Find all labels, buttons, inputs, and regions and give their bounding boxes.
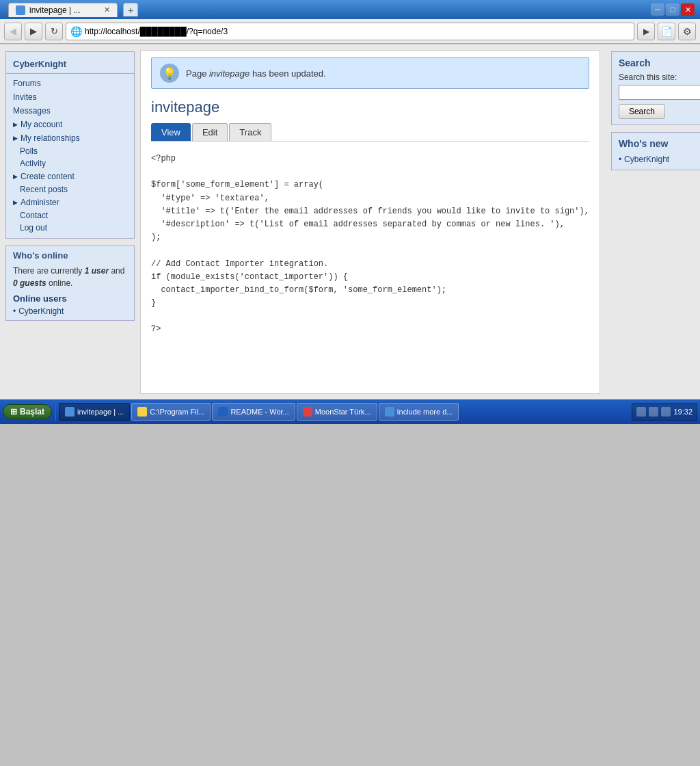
whos-new-title: Who's new	[619, 138, 700, 149]
search-block: Search Search this site: Search	[611, 51, 700, 125]
sidebar-item-activity[interactable]: Activity	[6, 157, 134, 170]
sidebar-item-logout[interactable]: Log out	[6, 222, 134, 234]
back-button[interactable]: ◀	[4, 23, 22, 40]
notification-icon: 💡	[160, 64, 179, 83]
my-account-arrow: ▶	[13, 121, 18, 128]
taskbar: ⊞ Başlat invitepage | ... C:\Program Fil…	[0, 399, 700, 424]
online-text-suffix: and	[109, 266, 124, 276]
taskbar-label-2: C:\Program Fil...	[150, 408, 204, 416]
administer-arrow: ▶	[13, 199, 18, 206]
tools-button[interactable]: ⚙	[678, 23, 696, 40]
refresh-button[interactable]: ↻	[45, 23, 63, 40]
messages-label: Messages	[13, 106, 51, 116]
tab-close-button[interactable]: ✕	[104, 5, 110, 14]
online-text-prefix: There are currently	[13, 266, 85, 276]
page-wrapper: CyberKnight Forums Invites Messages ▶ My…	[0, 44, 700, 399]
taskbar-label-4: MoonStar Türk...	[315, 408, 371, 416]
contact-label: Contact	[20, 211, 48, 220]
sidebar-item-my-relationships[interactable]: ▶ My relationships	[6, 131, 134, 145]
online-username[interactable]: CyberKnight	[18, 306, 64, 316]
sidebar-item-administer[interactable]: ▶ Administer	[6, 196, 134, 209]
activity-label: Activity	[20, 159, 46, 168]
bullet-icon: •	[13, 306, 16, 316]
main-content-area: 💡 Page invitepage has been updated. invi…	[140, 50, 600, 394]
taskbar-label-3: README - Wor...	[230, 408, 288, 416]
tray-icon-3	[661, 407, 671, 417]
browser-tab[interactable]: invitepage | ... ✕	[8, 3, 118, 17]
taskbar-favicon-2	[137, 407, 147, 417]
minimize-button[interactable]: ─	[651, 3, 664, 16]
sidebar-item-polls[interactable]: Polls	[6, 145, 134, 157]
polls-label: Polls	[20, 146, 38, 156]
system-tray: 19:32	[632, 403, 697, 421]
online-text-end: online.	[46, 278, 73, 288]
taskbar-label-5: Include more d...	[397, 408, 453, 416]
tab-label: invitepage | ...	[29, 5, 81, 15]
create-content-arrow: ▶	[13, 173, 18, 180]
notification-page-name: invitepage	[209, 68, 250, 79]
window-controls: ─ □ ✕	[651, 3, 695, 16]
user-count: 1 user	[85, 266, 109, 276]
sidebar-item-recent-posts[interactable]: Recent posts	[6, 183, 134, 196]
invites-label: Invites	[13, 92, 37, 102]
sidebar-item-forums[interactable]: Forums	[6, 77, 134, 90]
whos-online-title: Who's online	[13, 250, 127, 261]
windows-logo: ⊞	[10, 407, 17, 417]
taskbar-label-1: invitepage | ...	[77, 408, 124, 416]
browser-window: invitepage | ... ✕ + ─ □ ✕ ◀ ▶ ↻ 🌐 http:…	[0, 0, 700, 399]
notification-prefix: Page	[186, 68, 209, 79]
taskbar-favicon-1	[65, 407, 75, 417]
tab-favicon	[16, 5, 25, 15]
notification-suffix: has been updated.	[250, 68, 325, 79]
taskbar-favicon-4	[303, 407, 312, 417]
taskbar-favicon-3	[218, 407, 228, 417]
whos-online-block: Who's online There are currently 1 user …	[5, 246, 135, 321]
sidebar-item-messages[interactable]: Messages	[6, 104, 134, 118]
code-content: <?php $form['some_form_element'] = array…	[151, 153, 589, 336]
sidebar-item-contact[interactable]: Contact	[6, 209, 134, 222]
main-nav-block: CyberKnight Forums Invites Messages ▶ My…	[5, 51, 135, 239]
online-count-text: There are currently 1 user and 0 guests …	[13, 265, 127, 289]
site-title: CyberKnight	[6, 56, 134, 74]
online-users-title: Online users	[13, 293, 127, 304]
guest-count: 0 guests	[13, 278, 46, 288]
address-bar[interactable]: 🌐 http://localhost/████████/?q=node/3	[66, 23, 634, 40]
create-content-label: Create content	[21, 172, 75, 181]
right-sidebar: Search Search this site: Search Who's ne…	[606, 44, 700, 399]
forums-label: Forums	[13, 79, 41, 88]
taskbar-item-include[interactable]: Include more d...	[379, 403, 459, 421]
navigation-bar: ◀ ▶ ↻ 🌐 http://localhost/████████/?q=nod…	[0, 19, 700, 44]
notification-bar: 💡 Page invitepage has been updated.	[151, 57, 589, 89]
taskbar-item-invitepage[interactable]: invitepage | ...	[59, 403, 130, 421]
clock: 19:32	[673, 408, 692, 416]
tray-icon-1	[636, 407, 646, 417]
sidebar-item-create-content[interactable]: ▶ Create content	[6, 170, 134, 183]
whos-new-block: Who's new • CyberKnight	[611, 132, 700, 170]
sidebar-item-my-account[interactable]: ▶ My account	[6, 118, 134, 131]
go-button[interactable]: ▶	[637, 23, 655, 40]
sidebar-item-invites[interactable]: Invites	[6, 90, 134, 104]
search-label: Search this site:	[619, 72, 700, 82]
page-title: invitepage	[151, 98, 589, 116]
forward-button[interactable]: ▶	[25, 23, 42, 40]
my-relationships-label: My relationships	[21, 133, 80, 143]
start-button[interactable]: ⊞ Başlat	[3, 404, 52, 419]
taskbar-item-moonstar[interactable]: MoonStar Türk...	[297, 403, 377, 421]
left-sidebar: CyberKnight Forums Invites Messages ▶ My…	[0, 44, 140, 399]
tab-track[interactable]: Track	[229, 123, 271, 141]
tab-view[interactable]: View	[151, 123, 191, 141]
whos-new-username[interactable]: CyberKnight	[624, 155, 669, 164]
taskbar-item-readme[interactable]: README - Wor...	[212, 403, 295, 421]
search-button[interactable]: Search	[619, 104, 665, 119]
title-bar: invitepage | ... ✕ + ─ □ ✕	[0, 0, 700, 19]
recent-posts-label: Recent posts	[20, 185, 68, 194]
administer-label: Administer	[21, 198, 59, 207]
maximize-button[interactable]: □	[666, 3, 679, 16]
url-text: http://localhost/████████/?q=node/3	[85, 27, 630, 36]
close-button[interactable]: ✕	[681, 3, 695, 16]
search-input[interactable]	[619, 85, 700, 100]
page-button[interactable]: 📄	[658, 23, 675, 40]
tab-edit[interactable]: Edit	[192, 123, 228, 141]
new-tab-button[interactable]: +	[123, 3, 138, 16]
taskbar-item-explorer[interactable]: C:\Program Fil...	[131, 403, 211, 421]
